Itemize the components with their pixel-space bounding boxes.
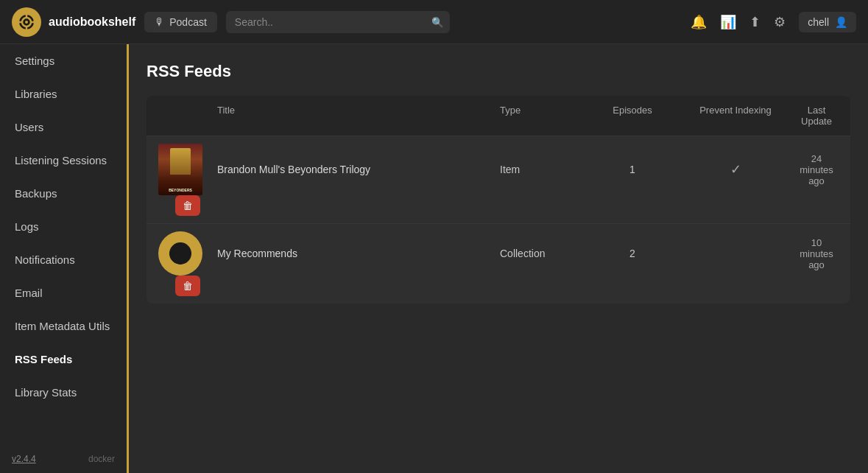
row1-title: Brandon Mull's Beyonders Trilogy [217,164,500,175]
col-header-episodes: Episodes [588,105,677,127]
sidebar-item-backups[interactable]: Backups [0,177,127,210]
body-layout: Settings Libraries Users Listening Sessi… [0,44,868,473]
bell-button[interactable]: 🔔 [691,14,707,30]
search-bar: 🔍 [226,11,450,33]
row1-prevent-indexing: ✓ [677,161,794,178]
bar-chart-icon: 📊 [720,14,736,30]
col-header-thumb [158,105,217,127]
rss-feeds-table: Title Type Episodes Prevent Indexing Las… [147,96,850,304]
sidebar-item-email[interactable]: Email [0,276,127,309]
sidebar-item-listening-sessions[interactable]: Listening Sessions [0,144,127,177]
search-input[interactable] [226,11,450,33]
table-header: Title Type Episodes Prevent Indexing Las… [147,96,850,136]
col-header-type: Type [500,105,588,127]
row2-thumbnail [158,231,217,276]
col-header-last-update: Last Update [794,105,839,127]
row1-thumbnail: BEYONDERS [158,144,217,195]
table-row: BEYONDERS Brandon Mull's Beyonders Trilo… [147,136,850,223]
table-row: My Recommends Collection 2 10 minutes ag… [147,223,850,304]
upload-button[interactable]: ⬆ [749,14,761,30]
app-name: audiobookshelf [49,15,135,29]
app-logo [12,7,41,37]
sidebar-item-users[interactable]: Users [0,111,127,144]
sidebar-footer: v2.4.4 docker [0,445,127,473]
sidebar-item-settings[interactable]: Settings [0,44,127,77]
row2-type: Collection [500,248,588,259]
bell-icon: 🔔 [691,14,707,30]
podcast-label: Podcast [169,16,207,28]
gear-icon: ⚙ [774,14,786,30]
stats-button[interactable]: 📊 [720,14,736,30]
logo-placeholder [158,231,202,276]
row1-last-update: 24 minutes ago [794,153,839,186]
logo-area: audiobookshelf [12,7,135,37]
user-icon: 👤 [835,16,847,28]
svg-point-2 [25,21,28,24]
env-label: docker [88,454,115,464]
microphone-icon: 🎙 [155,16,165,28]
upload-icon: ⬆ [749,14,761,30]
row1-type: Item [500,164,588,175]
settings-gear-button[interactable]: ⚙ [774,14,786,30]
col-header-prevent-indexing: Prevent Indexing [677,105,794,127]
row1-delete-button[interactable]: 🗑 [175,195,200,216]
sidebar: Settings Libraries Users Listening Sessi… [0,44,129,473]
search-icon: 🔍 [431,16,444,27]
row2-last-update: 10 minutes ago [794,237,839,270]
sidebar-item-notifications[interactable]: Notifications [0,243,127,276]
sidebar-item-rss-feeds[interactable]: RSS Feeds [0,343,127,376]
header: audiobookshelf 🎙 Podcast 🔍 🔔 📊 ⬆ ⚙ chell… [0,0,868,44]
row2-title: My Recommends [217,248,500,259]
row2-delete-button[interactable]: 🗑 [175,276,200,296]
row1-episodes: 1 [588,164,677,175]
row2-actions: 🗑 [158,276,217,296]
row2-episodes: 2 [588,248,677,259]
row1-actions: 🗑 [158,195,217,216]
version-link[interactable]: v2.4.4 [12,454,36,464]
search-icon-button[interactable]: 🔍 [431,16,444,27]
sidebar-item-library-stats[interactable]: Library Stats [0,376,127,409]
user-button[interactable]: chell 👤 [799,12,856,32]
user-name: chell [808,16,829,28]
svg-point-9 [178,251,183,256]
page-title: RSS Feeds [147,62,850,81]
book-cover-image: BEYONDERS [158,144,202,195]
sidebar-item-logs[interactable]: Logs [0,210,127,243]
sidebar-item-libraries[interactable]: Libraries [0,77,127,111]
col-header-title: Title [217,105,500,127]
header-actions: 🔔 📊 ⬆ ⚙ chell 👤 [691,12,856,32]
podcast-button[interactable]: 🎙 Podcast [144,12,217,32]
main-content: RSS Feeds Title Type Episodes Prevent In… [129,44,868,473]
sidebar-item-item-metadata-utils[interactable]: Item Metadata Utils [0,309,127,343]
